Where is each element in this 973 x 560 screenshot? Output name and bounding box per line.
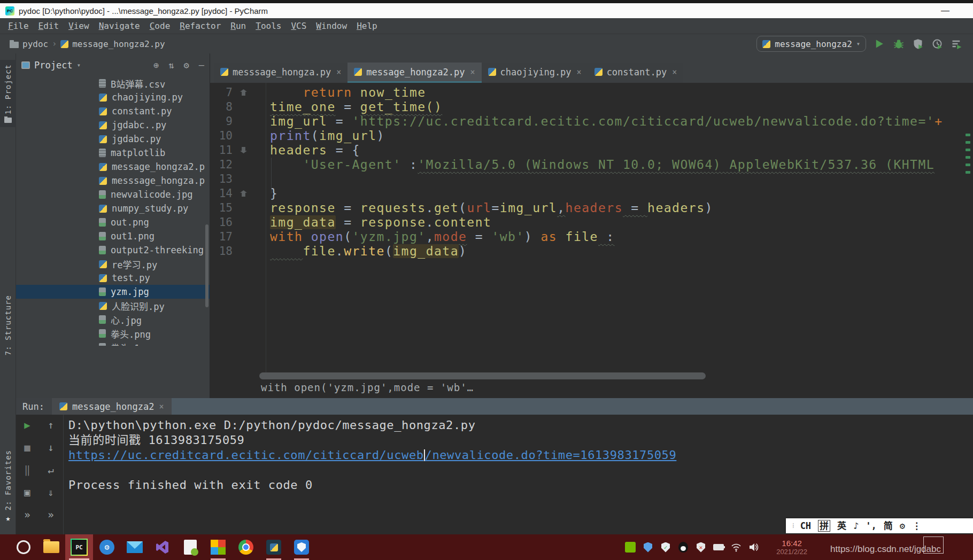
menu-item-file[interactable]: File: [3, 19, 34, 34]
scroll-to-end-button[interactable]: ⇓: [44, 485, 58, 499]
menu-item-tools[interactable]: Tools: [251, 19, 286, 34]
tree-item[interactable]: 人脸识别.py: [16, 299, 210, 313]
prev-occurrence-button[interactable]: ↑: [44, 418, 58, 432]
settings-icon[interactable]: ⚙: [184, 60, 189, 71]
tree-item[interactable]: chaojiying.py: [16, 90, 210, 104]
tree-item[interactable]: numpy_study.py: [16, 201, 210, 215]
taskbar-item-explorer[interactable]: [37, 534, 65, 560]
taskbar-item-mail[interactable]: [121, 534, 149, 560]
ime-token[interactable]: 英: [837, 519, 846, 533]
tree-item[interactable]: output2-threeking: [16, 243, 210, 257]
more-actions-right-button[interactable]: »: [44, 508, 58, 522]
ime-token[interactable]: ⋮: [912, 519, 921, 533]
editor-tab[interactable]: chaojiying.py×: [482, 63, 588, 83]
stop-button[interactable]: ■: [20, 440, 34, 454]
taskbar-item-chrome[interactable]: [232, 534, 260, 560]
ime-token[interactable]: 简: [884, 519, 893, 533]
close-icon[interactable]: ×: [336, 67, 341, 77]
menu-item-refactor[interactable]: Refactor: [175, 19, 226, 34]
tray-volume[interactable]: [748, 542, 759, 553]
code-editor[interactable]: 7 return now_time8time_one = get_time()9…: [210, 83, 973, 259]
taskbar-item-pycharm[interactable]: PC: [65, 534, 93, 560]
taskbar-item-notepad[interactable]: [176, 534, 204, 560]
tree-item[interactable]: jgdabc..py: [16, 118, 210, 132]
menu-item-code[interactable]: Code: [145, 19, 175, 34]
tree-item[interactable]: matplotlib: [16, 146, 210, 160]
editor-tab[interactable]: message_hongza2.py×: [348, 63, 481, 83]
tree-item[interactable]: test.py: [16, 271, 210, 285]
fold-marker-icon[interactable]: [240, 190, 247, 197]
tree-item[interactable]: messsage_hongza.p: [16, 174, 210, 188]
tree-item[interactable]: message_hongza2.p: [16, 160, 210, 174]
taskbar-item-visual-studio[interactable]: [149, 534, 176, 560]
tray-nvidia[interactable]: [625, 542, 636, 553]
tray-wifi[interactable]: [731, 542, 742, 553]
tray-qq[interactable]: [678, 542, 689, 553]
sidebar-item-structure[interactable]: 7: Structure: [0, 295, 16, 355]
console-link[interactable]: /newvalicode.do?time=1613983175059: [425, 448, 677, 462]
menu-item-help[interactable]: Help: [352, 19, 382, 34]
close-icon[interactable]: ×: [470, 67, 475, 77]
tree-item[interactable]: out1.png: [16, 229, 210, 243]
tree-item[interactable]: re学习.py: [16, 257, 210, 271]
ime-token[interactable]: ♪: [853, 519, 859, 533]
locate-icon[interactable]: ⊕: [153, 60, 159, 71]
run-configuration-select[interactable]: message_hongza2 ▾: [756, 36, 866, 52]
taskbar-item-python-console[interactable]: [260, 534, 288, 560]
ime-token[interactable]: CH: [800, 519, 811, 533]
editor-tab[interactable]: messsage_hongza.py×: [214, 63, 348, 83]
run-with-coverage-button[interactable]: [912, 38, 924, 50]
rerun-button[interactable]: ▶: [20, 418, 34, 432]
taskbar-item-tiles[interactable]: [204, 534, 232, 560]
ime-token[interactable]: ',: [866, 519, 876, 533]
taskbar-item-tool[interactable]: ⚙: [93, 534, 121, 560]
menu-item-edit[interactable]: Edit: [34, 19, 64, 34]
pause-output-button[interactable]: ‖: [20, 463, 34, 477]
tree-item[interactable]: constant.py: [16, 104, 210, 118]
close-icon[interactable]: ×: [672, 67, 677, 77]
soft-wrap-button[interactable]: ↵: [44, 463, 58, 477]
menu-item-view[interactable]: View: [64, 19, 94, 34]
tree-item[interactable]: out.png: [16, 215, 210, 229]
tray-shield-red[interactable]: ✕: [696, 542, 706, 553]
tree-item[interactable]: jgdabc.py: [16, 132, 210, 146]
taskbar-clock[interactable]: 16:42 2021/2/22: [776, 534, 807, 560]
menu-item-run[interactable]: Run: [226, 19, 251, 34]
tree-item[interactable]: B站弹幕.csv: [16, 76, 210, 90]
next-occurrence-button[interactable]: ↓: [44, 440, 58, 454]
tree-item[interactable]: yzm.jpg: [16, 285, 210, 299]
close-icon[interactable]: ×: [577, 67, 582, 77]
hide-panel-icon[interactable]: —: [199, 60, 204, 71]
breadcrumb-project[interactable]: pydoc: [22, 39, 48, 49]
menu-item-vcs[interactable]: VCS: [286, 19, 311, 34]
close-icon[interactable]: ×: [159, 402, 164, 411]
menu-item-navigate[interactable]: Navigate: [94, 19, 145, 34]
tray-shield-blue[interactable]: [643, 542, 653, 553]
tray-battery[interactable]: [713, 542, 724, 553]
sidebar-item-project[interactable]: 1: Project: [0, 60, 16, 127]
run-button[interactable]: [874, 38, 885, 50]
more-actions-left-button[interactable]: »: [20, 508, 34, 522]
ime-language-bar[interactable]: ⁞CH拼英♪',简⚙⋮: [786, 518, 973, 533]
editor-tab[interactable]: constant.py×: [588, 63, 684, 83]
profiler-button[interactable]: [931, 38, 943, 50]
tree-item[interactable]: 心.jpg: [16, 313, 210, 326]
taskbar-item-guard-shield[interactable]: [288, 534, 315, 560]
ime-token[interactable]: 拼: [818, 520, 830, 532]
tree-item[interactable]: newvalicode.jpg: [16, 188, 210, 201]
tray-shield-check[interactable]: ✓: [660, 542, 671, 553]
debug-button[interactable]: [893, 38, 905, 50]
collapse-all-icon[interactable]: ⇅: [168, 60, 174, 71]
restore-layout-button[interactable]: ▣: [20, 485, 34, 499]
menu-item-window[interactable]: Window: [311, 19, 352, 34]
run-tab[interactable]: message_hongza2 ×: [52, 398, 172, 415]
sidebar-item-favorites[interactable]: 2: Favorites ★: [0, 450, 16, 523]
fold-marker-icon[interactable]: [240, 89, 247, 96]
tree-item[interactable]: 拳头.png: [16, 326, 210, 340]
taskbar-item-start[interactable]: [10, 534, 37, 560]
editor-horizontal-scrollbar[interactable]: [259, 372, 706, 379]
console-output[interactable]: D:\python\python.exe D:/python/pydoc/mes…: [68, 418, 968, 493]
fold-marker-icon[interactable]: [240, 147, 247, 153]
minimize-button[interactable]: —: [935, 3, 956, 18]
project-scrollbar[interactable]: [205, 224, 208, 307]
